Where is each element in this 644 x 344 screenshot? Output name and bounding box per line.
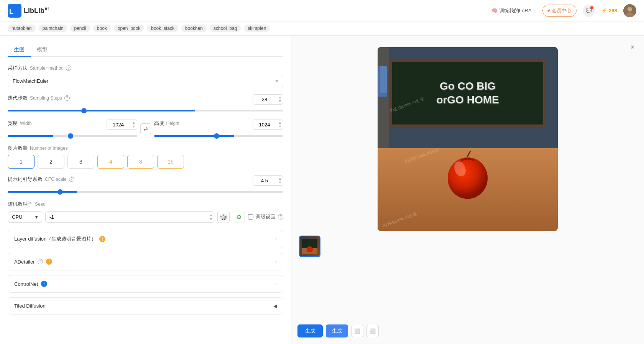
cfg-slider[interactable] — [8, 191, 283, 193]
image-count-label-en: Number of Images — [30, 146, 68, 151]
header: L LibLibAI 🧠 训练我的LoRA ♥ 会员中心 💬 ⚡ 288 — [0, 0, 644, 21]
count-btn-16[interactable]: 16 — [157, 155, 184, 169]
width-label-row: 宽度 Width ▲ ▼ — [8, 120, 137, 130]
steps-help-icon[interactable]: ? — [64, 95, 70, 101]
tag-paintchain[interactable]: paintchain — [39, 25, 67, 32]
points-value: 288 — [609, 8, 617, 13]
height-slider[interactable] — [154, 135, 284, 137]
steps-input-wrap: ▲ ▼ — [253, 94, 283, 105]
height-arrows: ▲ ▼ — [278, 121, 282, 128]
count-btn-8[interactable]: 8 — [127, 155, 154, 169]
width-down-arrow[interactable]: ▼ — [132, 125, 136, 128]
cfg-down-arrow[interactable]: ▼ — [278, 181, 282, 184]
tiled-diffusion-left: Tiled Diffusion — [14, 303, 46, 309]
main-layout: 生图 模型 采样方法 Sampler method ? FlowMatchEul… — [0, 36, 644, 344]
tiled-diffusion-chevron-icon: ◀ — [273, 303, 277, 309]
header-right: 🧠 训练我的LoRA ♥ 会员中心 💬 ⚡ 288 — [487, 4, 636, 17]
lightning-icon: ⚡ — [601, 8, 607, 13]
width-slider-wrap — [8, 132, 137, 138]
dropdown-arrow-icon: ▾ — [276, 78, 278, 84]
chalkboard: Go CO BIG orGO HOME — [389, 59, 546, 128]
tiled-diffusion-label: Tiled Diffusion — [14, 303, 46, 309]
swap-dimensions-button[interactable]: ⇄ — [140, 123, 151, 134]
vip-button[interactable]: ♥ 会员中心 — [542, 5, 577, 17]
seed-label-en: Seed — [35, 201, 46, 207]
advanced-checkbox[interactable] — [248, 214, 253, 220]
seed-dice-button[interactable]: 🎲 — [217, 211, 230, 223]
sampler-value: FlowMatchEuler — [13, 78, 48, 84]
sampler-dropdown[interactable]: FlowMatchEuler ▾ — [8, 75, 283, 87]
layer-diffusion-info-icon[interactable]: ! — [99, 236, 105, 242]
controlnet-left: ControlNet ! — [14, 281, 47, 287]
width-arrows: ▲ ▼ — [132, 121, 136, 128]
controlnet-section[interactable]: ControlNet ! › — [8, 275, 283, 293]
controlnet-info-icon[interactable]: ! — [41, 281, 47, 287]
tag-bookhen[interactable]: bookhen — [181, 25, 207, 32]
height-up-arrow[interactable]: ▲ — [278, 121, 282, 124]
chalk-text-line1: Go CO BIG — [440, 79, 496, 93]
tag-book[interactable]: book — [93, 25, 111, 32]
height-section: 高度 Height ▲ ▼ — [154, 120, 284, 138]
tag-pencil[interactable]: pencil — [70, 25, 90, 32]
sampler-help-icon[interactable]: ? — [66, 66, 71, 71]
cfg-help-icon[interactable]: ? — [69, 177, 74, 182]
tiled-diffusion-section[interactable]: Tiled Diffusion ◀ — [8, 297, 283, 315]
wh-row: 宽度 Width ▲ ▼ — [8, 120, 283, 138]
adetailer-help-icon[interactable]: ? — [38, 259, 43, 264]
count-btn-3[interactable]: 3 — [67, 155, 94, 169]
count-btn-1[interactable]: 1 — [8, 155, 34, 169]
image-count-label: 图片数量 Number of Images — [8, 145, 283, 152]
height-label-row: 高度 Height ▲ ▼ — [154, 120, 284, 130]
generated-image: Go CO BIG orGO HOME — [378, 47, 558, 231]
layer-diffusion-left: Layer diffusion（生成透明背景图片） ! — [14, 236, 105, 242]
seed-input-wrap: ▲ ▼ — [45, 211, 214, 223]
steps-slider[interactable] — [8, 110, 283, 111]
sampler-section: 采样方法 Sampler method ? FlowMatchEuler ▾ — [8, 65, 283, 87]
thumbnail-1[interactable] — [299, 236, 320, 257]
tab-model[interactable]: 模型 — [31, 43, 54, 57]
notification-dot — [590, 6, 593, 9]
cfg-up-arrow[interactable]: ▲ — [278, 177, 282, 180]
adetailer-info-icon[interactable]: ! — [46, 259, 52, 265]
width-slider[interactable] — [8, 135, 137, 137]
action-icon-btn-1[interactable]: ⬜ — [351, 325, 363, 337]
seed-device-select[interactable]: CPU ▾ — [8, 211, 42, 223]
advanced-help-icon[interactable]: ? — [278, 214, 283, 220]
logo-icon: L — [8, 4, 21, 18]
avatar[interactable] — [623, 4, 636, 17]
svg-point-6 — [448, 157, 488, 199]
tab-generate[interactable]: 生图 — [8, 43, 31, 57]
cfg-section: 提示词引导系数 CFG scale ? ▲ ▼ — [8, 175, 283, 194]
seed-recycle-button[interactable]: ♻ — [233, 211, 245, 223]
adetailer-section[interactable]: ADetailer ? ! › — [8, 253, 283, 270]
lora-button[interactable]: 🧠 训练我的LoRA — [487, 5, 536, 16]
count-btn-4[interactable]: 4 — [97, 155, 124, 169]
steps-down-arrow[interactable]: ▼ — [278, 100, 282, 103]
tag-skimpfen[interactable]: skimpfen — [244, 25, 270, 32]
cfg-slider-wrap — [8, 188, 283, 194]
tag-hutaobian[interactable]: hutaobian — [8, 25, 36, 32]
count-btn-2[interactable]: 2 — [38, 155, 64, 169]
tab-bar: 生图 模型 — [8, 43, 283, 57]
seed-up-arrow[interactable]: ▲ — [209, 213, 213, 217]
tag-open-book[interactable]: open_book — [114, 25, 144, 32]
right-panel: × Go CO BIG orGO HOME — [291, 36, 644, 344]
logo-text: LibLibAI — [24, 7, 49, 15]
action-icon-btn-2[interactable]: ⬜ — [366, 325, 379, 337]
adetailer-chevron-icon: › — [275, 259, 277, 264]
seed-input[interactable] — [45, 211, 214, 223]
generate-button-1[interactable]: 生成 — [297, 324, 323, 337]
height-down-arrow[interactable]: ▼ — [278, 125, 282, 128]
close-button[interactable]: × — [627, 42, 638, 52]
width-up-arrow[interactable]: ▲ — [132, 121, 136, 124]
steps-up-arrow[interactable]: ▲ — [278, 96, 282, 99]
tag-bar: hutaobian paintchain pencil book open_bo… — [0, 21, 644, 36]
seed-down-arrow[interactable]: ▼ — [209, 217, 213, 221]
layer-diffusion-section[interactable]: Layer diffusion（生成透明背景图片） ! › — [8, 230, 283, 248]
height-label-en: Height — [166, 121, 180, 126]
generate-button-2[interactable]: 生成 — [326, 324, 348, 337]
chat-button[interactable]: 💬 — [583, 5, 595, 17]
cfg-arrows: ▲ ▼ — [278, 177, 282, 184]
tag-book-stack[interactable]: book_stack — [147, 25, 178, 32]
tag-school-bag[interactable]: school_bag — [210, 25, 241, 32]
